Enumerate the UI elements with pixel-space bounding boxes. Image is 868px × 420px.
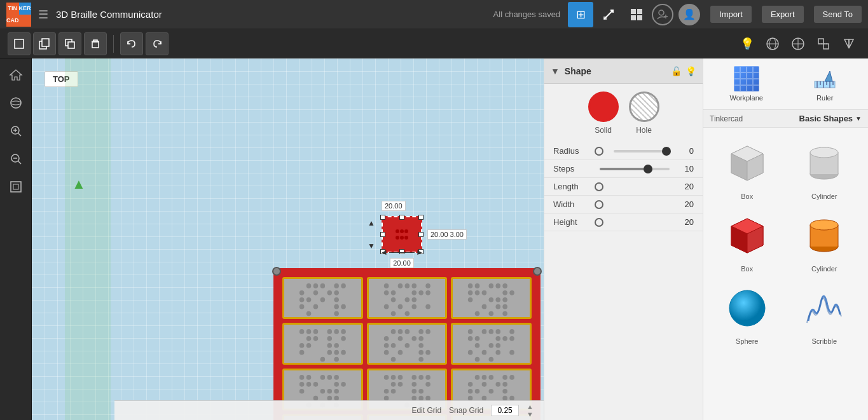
svg-point-155 bbox=[489, 357, 494, 362]
resize-handle-tm[interactable] bbox=[399, 215, 404, 220]
shape-tool-button[interactable] bbox=[761, 32, 784, 55]
undo-button[interactable] bbox=[120, 32, 143, 55]
help-icon[interactable]: 💡 bbox=[685, 66, 696, 76]
zoom-in-button[interactable] bbox=[4, 119, 27, 142]
lock-icon[interactable]: 🔓 bbox=[671, 66, 682, 76]
svg-point-163 bbox=[313, 382, 319, 387]
zoom-out-button[interactable] bbox=[4, 147, 27, 170]
length-row: Length 20 bbox=[544, 178, 703, 196]
fit-view-button[interactable] bbox=[4, 175, 27, 198]
new-shape-button[interactable] bbox=[8, 32, 31, 55]
edit-grid-label[interactable]: Edit Grid bbox=[411, 406, 441, 415]
svg-point-37 bbox=[396, 236, 399, 240]
svg-point-43 bbox=[334, 283, 339, 288]
snap-value-input[interactable] bbox=[491, 405, 519, 416]
delete-button[interactable] bbox=[84, 32, 107, 55]
snap-tool-button[interactable] bbox=[787, 32, 809, 55]
home-view-button[interactable] bbox=[4, 64, 27, 86]
radius-circle[interactable] bbox=[595, 147, 603, 156]
align-tool-button[interactable] bbox=[812, 32, 835, 55]
gallery-icon[interactable] bbox=[624, 2, 649, 27]
redo-button[interactable] bbox=[146, 32, 169, 55]
svg-point-67 bbox=[418, 290, 424, 295]
grid-view-icon[interactable]: ⊞ bbox=[568, 2, 593, 27]
resize-handle-tl[interactable] bbox=[380, 215, 385, 220]
svg-rect-32 bbox=[11, 182, 21, 192]
solid-label: Solid bbox=[595, 126, 612, 135]
selected-object-container[interactable]: 20.00 ▲ ▼ 20.00 3.00 bbox=[382, 216, 422, 253]
viewport[interactable]: TOP ▲ 20.00 ▲ ▼ bbox=[32, 58, 544, 420]
svg-point-81 bbox=[496, 283, 501, 288]
build-icon[interactable] bbox=[596, 2, 621, 27]
svg-point-64 bbox=[383, 290, 389, 295]
solid-option[interactable]: Solid bbox=[588, 91, 619, 135]
mirror-tool-button[interactable] bbox=[837, 32, 860, 55]
svg-point-72 bbox=[383, 304, 389, 309]
svg-point-56 bbox=[341, 304, 346, 309]
svg-point-102 bbox=[334, 329, 339, 334]
cylinder-orange-thumb bbox=[799, 210, 850, 261]
svg-point-80 bbox=[489, 283, 494, 288]
svg-rect-4 bbox=[637, 15, 642, 20]
svg-point-149 bbox=[496, 343, 501, 348]
svg-point-45 bbox=[300, 290, 305, 295]
shape-item-box-red[interactable]: Box bbox=[711, 208, 783, 275]
import-button[interactable]: Import bbox=[710, 6, 752, 23]
resize-handle-rm[interactable] bbox=[418, 232, 424, 237]
resize-handle-lm[interactable] bbox=[380, 232, 385, 237]
user-avatar[interactable]: 👤 bbox=[679, 4, 700, 25]
arrow-vertical: ▲ ▼ bbox=[368, 216, 375, 253]
svg-point-119 bbox=[397, 329, 403, 334]
project-menu-icon[interactable]: ☰ bbox=[38, 8, 48, 22]
svg-point-61 bbox=[404, 283, 410, 288]
workplane-label: Workplane bbox=[730, 94, 763, 102]
shape-item-cylinder-orange[interactable]: Cylinder bbox=[789, 208, 861, 275]
copy-button[interactable] bbox=[33, 32, 56, 55]
svg-point-113 bbox=[327, 350, 332, 355]
height-circle[interactable] bbox=[595, 218, 603, 227]
steps-slider[interactable] bbox=[600, 168, 670, 170]
svg-point-142 bbox=[468, 336, 473, 341]
light-tool-button[interactable]: 💡 bbox=[736, 32, 759, 55]
svg-point-114 bbox=[334, 350, 339, 355]
add-user-button[interactable] bbox=[652, 4, 673, 25]
steps-thumb[interactable] bbox=[644, 165, 652, 173]
svg-point-146 bbox=[510, 336, 515, 341]
resize-handle-tr[interactable] bbox=[418, 215, 424, 220]
shape-item-cylinder-gray[interactable]: Cylinder bbox=[789, 135, 861, 203]
length-circle[interactable] bbox=[595, 182, 603, 191]
tinkercad-logo[interactable]: TIN KER CAD bbox=[6, 3, 31, 27]
hole-label: Hole bbox=[636, 126, 652, 135]
svg-point-101 bbox=[327, 329, 332, 334]
width-row: Width 20 bbox=[544, 196, 703, 213]
shapes-dropdown[interactable]: Basic Shapes ▼ bbox=[799, 114, 862, 123]
svg-rect-21 bbox=[823, 44, 829, 49]
svg-point-100 bbox=[313, 329, 319, 334]
send-to-button[interactable]: Send To bbox=[814, 6, 862, 23]
shape-item-scribble[interactable]: Scribble bbox=[789, 280, 861, 348]
shape-name-box-red: Box bbox=[741, 265, 753, 273]
radius-slider[interactable] bbox=[614, 150, 670, 152]
duplicate-button[interactable] bbox=[59, 32, 81, 55]
export-button[interactable]: Export bbox=[762, 6, 804, 23]
svg-point-71 bbox=[411, 297, 417, 302]
svg-rect-1 bbox=[631, 9, 636, 14]
orbit-button[interactable] bbox=[4, 91, 27, 114]
svg-point-77 bbox=[404, 311, 410, 316]
scribble-thumb bbox=[799, 283, 850, 334]
panel-collapse-button[interactable]: ▼ bbox=[551, 66, 560, 76]
svg-point-94 bbox=[503, 304, 508, 309]
svg-point-180 bbox=[418, 375, 424, 380]
ruler-button[interactable]: Ruler bbox=[789, 64, 862, 104]
svg-point-60 bbox=[397, 283, 403, 288]
svg-point-125 bbox=[411, 336, 417, 341]
hole-option[interactable]: Hole bbox=[629, 91, 659, 135]
width-circle[interactable] bbox=[595, 200, 603, 209]
workplane-button[interactable]: Workplane bbox=[710, 64, 783, 104]
shape-item-sphere-blue[interactable]: Sphere bbox=[711, 280, 783, 348]
svg-point-158 bbox=[320, 375, 326, 380]
shape-item-box-gray[interactable]: Box bbox=[711, 135, 783, 203]
braille-grid: // Will be generated by JS below bbox=[273, 268, 541, 420]
svg-rect-13 bbox=[92, 42, 99, 48]
panel-title: Shape bbox=[565, 66, 666, 76]
